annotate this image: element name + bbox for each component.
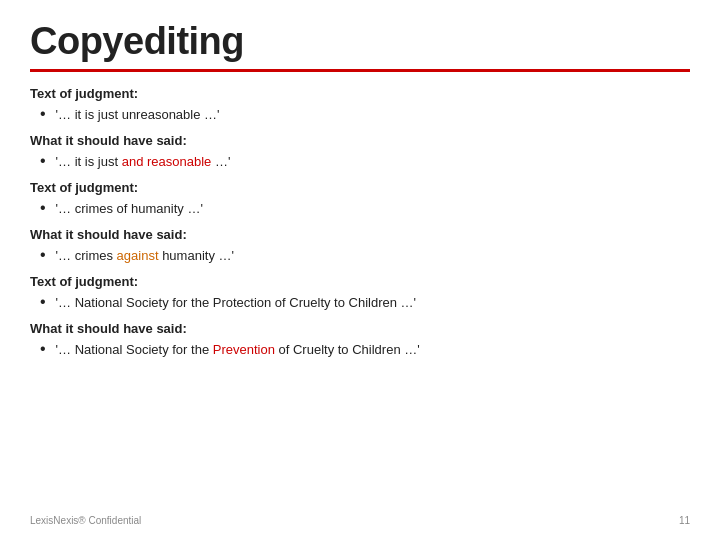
footer: LexisNexis® Confidential 11 <box>0 515 720 526</box>
bullet-6-1-text: '… National Society for the Prevention o… <box>56 342 420 357</box>
bullet-5-1: • '… National Society for the Protection… <box>30 295 690 311</box>
bullet-5-1-text: '… National Society for the Protection o… <box>56 295 416 310</box>
section-4: What it should have said: • '… crimes ag… <box>30 227 690 264</box>
section-4-label: What it should have said: <box>30 227 690 242</box>
bullet-dot: • <box>40 293 46 311</box>
section-3-label: Text of judgment: <box>30 180 690 195</box>
red-divider <box>30 69 690 72</box>
section-5: Text of judgment: • '… National Society … <box>30 274 690 311</box>
section-2: What it should have said: • '… it is jus… <box>30 133 690 170</box>
section-1-label: Text of judgment: <box>30 86 690 101</box>
bullet-1-1-text: '… it is just unreasonable …' <box>56 107 220 122</box>
bullet-dot: • <box>40 246 46 264</box>
slide-title: Copyediting <box>30 20 690 63</box>
slide: Copyediting Text of judgment: • '… it is… <box>0 0 720 540</box>
footer-page: 11 <box>679 515 690 526</box>
bullet-3-1: • '… crimes of humanity …' <box>30 201 690 217</box>
bullet-dot: • <box>40 199 46 217</box>
highlight-prevention: Prevention <box>213 342 275 357</box>
bullet-dot: • <box>40 105 46 123</box>
bullet-3-1-text: '… crimes of humanity …' <box>56 201 203 216</box>
section-3: Text of judgment: • '… crimes of humanit… <box>30 180 690 217</box>
bullet-4-1-text: '… crimes against humanity …' <box>56 248 234 263</box>
bullet-6-1: • '… National Society for the Prevention… <box>30 342 690 358</box>
highlight-against: against <box>117 248 159 263</box>
highlight-and-reasonable: and reasonable <box>122 154 212 169</box>
bullet-2-1: • '… it is just and reasonable …' <box>30 154 690 170</box>
bullet-1-1: • '… it is just unreasonable …' <box>30 107 690 123</box>
bullet-dot: • <box>40 152 46 170</box>
bullet-4-1: • '… crimes against humanity …' <box>30 248 690 264</box>
section-6-label: What it should have said: <box>30 321 690 336</box>
section-2-label: What it should have said: <box>30 133 690 148</box>
section-5-label: Text of judgment: <box>30 274 690 289</box>
section-6: What it should have said: • '… National … <box>30 321 690 358</box>
bullet-2-1-text: '… it is just and reasonable …' <box>56 154 231 169</box>
footer-brand: LexisNexis® Confidential <box>30 515 141 526</box>
section-1: Text of judgment: • '… it is just unreas… <box>30 86 690 123</box>
bullet-dot: • <box>40 340 46 358</box>
